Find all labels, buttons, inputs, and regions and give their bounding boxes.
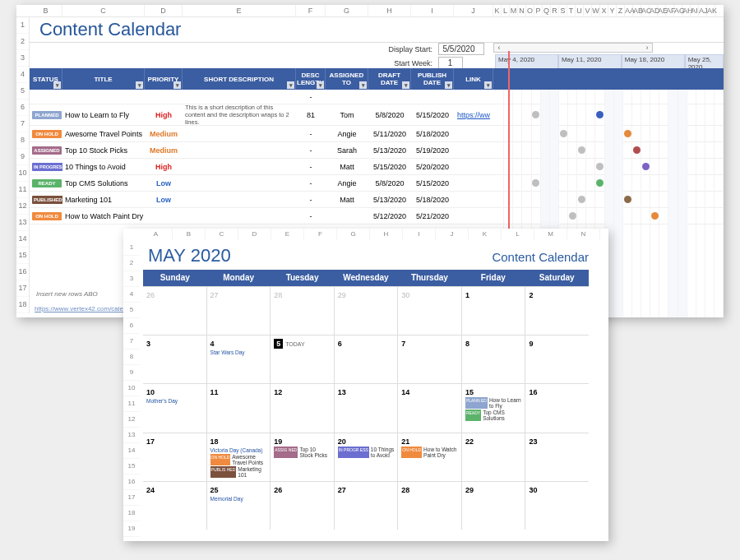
calendar-entry[interactable]: IN PROGR ESS10 Things to Avoid [338, 447, 395, 458]
col-B[interactable]: B [173, 229, 206, 240]
calendar-day-4[interactable]: 4Star Wars Day [207, 336, 271, 383]
calendar-day-29[interactable]: 29 [335, 287, 399, 335]
assigned-cell[interactable]: Matt [326, 196, 368, 204]
col-J[interactable]: J [436, 229, 469, 240]
col-AG[interactable]: AG [674, 5, 682, 16]
col-V[interactable]: V [584, 5, 592, 16]
row-5[interactable]: 5 [16, 83, 29, 100]
calendar-day-30[interactable]: 30 [525, 482, 589, 530]
col-F[interactable]: F [304, 229, 337, 240]
col-N[interactable]: N [518, 5, 526, 16]
header-short-description[interactable]: SHORT DESCRIPTION▾ [183, 68, 296, 90]
gantt-scrollbar[interactable]: ‹ › [493, 43, 653, 53]
header-priority[interactable]: PRIORITY▾ [145, 68, 183, 90]
calendar-day-1[interactable]: 1 [462, 287, 526, 335]
desc-cell[interactable]: This is a short description of this cont… [183, 104, 296, 126]
header-title[interactable]: TITLE▾ [62, 68, 145, 90]
draft-cell[interactable]: 5/8/2020 [368, 179, 411, 187]
row-18[interactable]: 18 [123, 506, 140, 521]
row-17[interactable]: 17 [16, 280, 29, 297]
assigned-cell[interactable]: Sarah [326, 146, 368, 155]
start-week-value[interactable]: 1 [438, 57, 463, 69]
col-AA[interactable]: AA [625, 5, 633, 16]
col-I[interactable]: I [403, 229, 436, 240]
row-11[interactable]: 11 [16, 182, 29, 198]
priority-cell[interactable]: Medium [145, 130, 183, 138]
calendar-day-29[interactable]: 29 [462, 482, 526, 530]
row-15[interactable]: 15 [16, 248, 29, 264]
header-link[interactable]: LINK▾ [454, 68, 493, 90]
row-2[interactable]: 2 [123, 256, 140, 271]
footer-link[interactable]: https://www.vertex42.com/calenda [35, 305, 134, 312]
publish-cell[interactable]: 5/15/2020 [411, 179, 454, 187]
col-L[interactable]: L [502, 5, 510, 16]
calendar-day-6[interactable]: 6 [335, 336, 399, 383]
length-cell[interactable]: - [296, 130, 326, 138]
row-17[interactable]: 17 [123, 490, 140, 506]
header-desc-length[interactable]: DESC LENGTH▾ [296, 68, 326, 90]
assigned-cell[interactable]: Angie [326, 130, 368, 138]
col-AD[interactable]: AD [650, 5, 658, 16]
row-3[interactable]: 3 [16, 50, 29, 67]
calendar-day-3[interactable]: 3 [143, 336, 207, 383]
priority-cell[interactable]: Medium [145, 146, 183, 155]
col-D[interactable]: D [145, 5, 183, 16]
status-badge[interactable]: PUBLISHED [30, 195, 62, 204]
calendar-day-24[interactable]: 24 [143, 482, 207, 530]
row-6[interactable]: 6 [16, 100, 29, 116]
row-3[interactable]: 3 [123, 271, 140, 287]
row-4[interactable]: 4 [16, 67, 29, 83]
row-12[interactable]: 12 [16, 198, 29, 215]
col-E[interactable]: E [271, 229, 304, 240]
filter-dropdown-icon[interactable]: ▾ [317, 81, 324, 89]
title-cell[interactable]: 10 Things to Avoid [62, 163, 145, 171]
calendar-day-26[interactable]: 26 [271, 482, 335, 530]
calendar-day-19[interactable]: 19ASSIG NEDTop 10 Stock Picks [271, 433, 335, 481]
row-19[interactable]: 19 [123, 521, 140, 537]
row-16[interactable]: 16 [123, 474, 140, 490]
length-cell[interactable]: - [296, 196, 326, 204]
draft-cell[interactable]: 5/12/2020 [368, 212, 411, 220]
row-18[interactable]: 18 [16, 297, 29, 313]
row-8[interactable]: 8 [16, 132, 29, 149]
calendar-day-12[interactable]: 12 [271, 384, 335, 432]
title-cell[interactable]: Marketing 101 [62, 196, 145, 204]
col-AJ[interactable]: AJ [699, 5, 707, 16]
calendar-day-7[interactable]: 7 [398, 336, 462, 383]
scroll-left-icon[interactable]: ‹ [494, 44, 504, 52]
filter-dropdown-icon[interactable]: ▾ [445, 81, 452, 89]
filter-dropdown-icon[interactable]: ▾ [136, 81, 143, 89]
row-9[interactable]: 9 [16, 149, 29, 165]
col-N[interactable]: N [567, 229, 600, 240]
calendar-day-20[interactable]: 20IN PROGR ESS10 Things to Avoid [335, 433, 399, 481]
col-Y[interactable]: Y [608, 5, 617, 16]
row-7[interactable]: 7 [16, 116, 29, 132]
row-13[interactable]: 13 [123, 428, 140, 443]
content-link[interactable]: https://ww [457, 111, 490, 119]
scroll-right-icon[interactable]: › [642, 44, 652, 52]
col-S[interactable]: S [559, 5, 567, 16]
calendar-day-14[interactable]: 14 [398, 384, 462, 432]
filter-dropdown-icon[interactable]: ▾ [402, 81, 409, 89]
calendar-day-5[interactable]: 5TODAY [271, 336, 335, 383]
row-6[interactable]: 6 [123, 318, 140, 334]
col-L[interactable]: L [502, 229, 534, 240]
col-J[interactable]: J [454, 5, 493, 16]
row-16[interactable]: 16 [16, 264, 29, 280]
draft-cell[interactable]: 5/15/2020 [368, 163, 411, 171]
publish-cell[interactable]: 5/18/2020 [411, 196, 454, 204]
calendar-day-8[interactable]: 8 [462, 336, 526, 383]
row-8[interactable]: 8 [123, 349, 140, 365]
col-Z[interactable]: Z [617, 5, 625, 16]
scroll-track[interactable] [504, 44, 642, 52]
priority-cell[interactable]: Low [145, 196, 183, 204]
col-H[interactable]: H [368, 5, 411, 16]
row-11[interactable]: 11 [123, 396, 140, 412]
header-assigned-to[interactable]: ASSIGNED TO▾ [326, 68, 368, 90]
col-AB[interactable]: AB [633, 5, 641, 16]
draft-cell[interactable]: 5/8/2020 [368, 111, 411, 119]
title-cell[interactable]: How to Watch Paint Dry [62, 212, 145, 220]
col-U[interactable]: U [576, 5, 584, 16]
calendar-entry[interactable]: READYTop CMS Solutions [465, 410, 522, 421]
col-X[interactable]: X [600, 5, 608, 16]
